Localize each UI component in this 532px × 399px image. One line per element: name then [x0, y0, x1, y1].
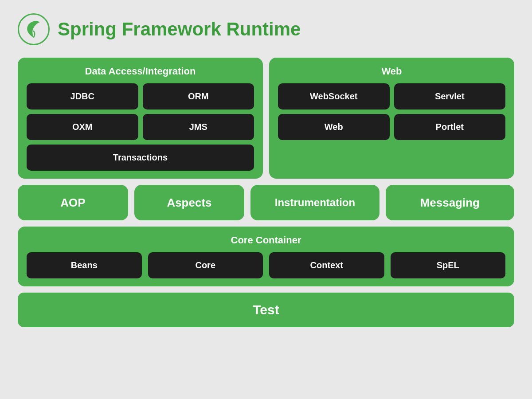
jms-cell: JMS: [143, 114, 254, 140]
instrumentation-label: Instrumentation: [275, 196, 355, 209]
test-label: Test: [253, 302, 279, 317]
diagram: Data Access/Integration JDBC ORM OXM JMS…: [18, 58, 514, 327]
portlet-cell: Portlet: [394, 114, 506, 140]
instrumentation-box: Instrumentation: [250, 185, 379, 220]
orm-cell: ORM: [143, 83, 254, 110]
context-cell: Context: [269, 252, 384, 278]
row-core: Core Container Beans Core Context SpEL: [18, 227, 514, 286]
row-top: Data Access/Integration JDBC ORM OXM JMS…: [18, 58, 514, 179]
web-grid: WebSocket Servlet Web Portlet: [278, 83, 505, 140]
messaging-box: Messaging: [386, 185, 514, 220]
core-cell: Core: [148, 252, 263, 278]
aspects-box: Aspects: [134, 185, 245, 220]
messaging-label: Messaging: [420, 196, 480, 210]
core-container-box: Core Container Beans Core Context SpEL: [18, 227, 514, 286]
servlet-cell: Servlet: [394, 83, 506, 110]
header: Spring Framework Runtime: [18, 13, 301, 45]
spring-logo: [18, 13, 50, 45]
data-access-box: Data Access/Integration JDBC ORM OXM JMS…: [18, 58, 263, 179]
transactions-cell: Transactions: [27, 145, 254, 171]
data-access-title: Data Access/Integration: [27, 66, 254, 77]
jdbc-cell: JDBC: [27, 83, 138, 110]
row-middle: AOP Aspects Instrumentation Messaging: [18, 185, 514, 220]
core-grid: Beans Core Context SpEL: [27, 252, 505, 278]
data-access-grid: JDBC ORM OXM JMS Transactions: [27, 83, 254, 171]
row-test: Test: [18, 293, 514, 327]
page-title: Spring Framework Runtime: [58, 19, 301, 40]
web-box: Web WebSocket Servlet Web Portlet: [269, 58, 514, 179]
aop-label: AOP: [60, 196, 85, 210]
aspects-label: Aspects: [167, 196, 211, 210]
oxm-cell: OXM: [27, 114, 138, 140]
spel-cell: SpEL: [391, 252, 506, 278]
web-cell: Web: [278, 114, 390, 140]
beans-cell: Beans: [27, 252, 142, 278]
web-title: Web: [278, 66, 505, 77]
core-container-title: Core Container: [27, 235, 505, 246]
test-box: Test: [18, 293, 514, 327]
aop-box: AOP: [18, 185, 128, 220]
websocket-cell: WebSocket: [278, 83, 390, 110]
